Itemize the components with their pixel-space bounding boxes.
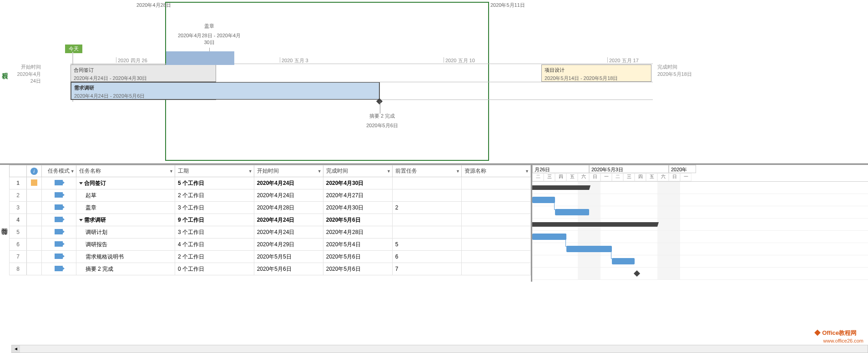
row-number[interactable]: 4 — [10, 214, 27, 226]
finish-cell[interactable]: 2020年4月28日 — [323, 226, 392, 239]
col-finish[interactable]: 完成时间▼ — [323, 165, 392, 177]
resource-cell[interactable] — [461, 263, 530, 275]
day-header[interactable]: 日 — [589, 173, 601, 181]
task-bar[interactable] — [566, 246, 612, 252]
row-number[interactable]: 6 — [10, 239, 27, 251]
table-row[interactable]: 1 合同签订 5 个工作日 2020年4月24日 2020年4月30日 — [10, 177, 531, 189]
gantt-row[interactable] — [532, 231, 868, 243]
row-number[interactable]: 7 — [10, 251, 27, 263]
duration-cell[interactable]: 3 个工作日 — [175, 226, 254, 239]
mode-cell[interactable] — [41, 177, 76, 189]
start-cell[interactable]: 2020年4月29日 — [254, 239, 323, 251]
day-header[interactable]: 一 — [601, 173, 612, 181]
day-header[interactable]: 六 — [578, 173, 589, 181]
day-header[interactable]: 四 — [555, 173, 566, 181]
mode-cell[interactable] — [41, 214, 76, 226]
mode-cell[interactable] — [41, 189, 76, 202]
gantt-row[interactable] — [532, 268, 868, 280]
col-mode[interactable]: 任务模式▼ — [41, 165, 76, 177]
col-duration[interactable]: 工期▼ — [175, 165, 254, 177]
dropdown-icon[interactable]: ▼ — [456, 169, 460, 174]
start-cell[interactable]: 2020年5月5日 — [254, 251, 323, 263]
table-row[interactable]: 8 摘要 2 完成 0 个工作日 2020年5月6日 2020年5月6日 7 — [10, 263, 531, 275]
pred-cell[interactable]: 7 — [392, 263, 461, 275]
day-header[interactable]: 二 — [612, 173, 623, 181]
milestone-diamond[interactable] — [634, 270, 640, 277]
gantt-row[interactable] — [532, 206, 868, 219]
col-rownum[interactable] — [10, 165, 27, 177]
dropdown-icon[interactable]: ▼ — [318, 169, 322, 174]
dropdown-icon[interactable]: ▼ — [71, 169, 75, 174]
task-bar[interactable] — [532, 197, 555, 203]
day-header[interactable]: 日 — [669, 173, 680, 181]
mode-cell[interactable] — [41, 239, 76, 251]
table-row[interactable]: 5 调研计划 3 个工作日 2020年4月24日 2020年4月28日 — [10, 226, 531, 239]
row-number[interactable]: 5 — [10, 226, 27, 239]
start-cell[interactable]: 2020年4月28日 — [254, 202, 323, 214]
collapse-icon[interactable] — [79, 219, 83, 221]
pred-cell[interactable] — [392, 177, 461, 189]
resource-cell[interactable] — [461, 251, 530, 263]
duration-cell[interactable]: 3 个工作日 — [175, 202, 254, 214]
table-row[interactable]: 2 起草 2 个工作日 2020年4月24日 2020年4月27日 — [10, 189, 531, 202]
start-cell[interactable]: 2020年4月24日 — [254, 177, 323, 189]
timeline-canvas[interactable]: 今天 开始时间 2020年4月24日 完成时间 2020年5月18日 盖章 20… — [43, 0, 698, 136]
col-name[interactable]: 任务名称▼ — [76, 165, 175, 177]
today-badge[interactable]: 今天 — [65, 45, 82, 53]
task-bar[interactable] — [555, 209, 589, 215]
name-cell[interactable]: 盖章 — [76, 202, 175, 214]
name-cell[interactable]: 需求规格说明书 — [76, 251, 175, 263]
col-info[interactable]: i — [27, 165, 42, 177]
pred-cell[interactable] — [392, 214, 461, 226]
duration-cell[interactable]: 0 个工作日 — [175, 263, 254, 275]
table-row[interactable]: 6 调研报告 4 个工作日 2020年4月29日 2020年5月4日 5 — [10, 239, 531, 251]
duration-cell[interactable]: 9 个工作日 — [175, 214, 254, 226]
col-resource[interactable]: 资源名称▼ — [461, 165, 530, 177]
dropdown-icon[interactable]: ▼ — [248, 169, 252, 174]
resource-cell[interactable] — [461, 239, 530, 251]
table-row[interactable]: 7 需求规格说明书 2 个工作日 2020年5月5日 2020年5月6日 6 — [10, 251, 531, 263]
resource-cell[interactable] — [461, 189, 530, 202]
gantt-row[interactable] — [532, 182, 868, 194]
finish-cell[interactable]: 2020年5月4日 — [323, 239, 392, 251]
timeline-bar-contract[interactable]: 合同签订 2020年4月24日 - 2020年4月30日 — [71, 65, 216, 82]
finish-cell[interactable]: 2020年5月6日 — [323, 263, 392, 275]
gantt-row[interactable] — [532, 255, 868, 268]
duration-cell[interactable]: 5 个工作日 — [175, 177, 254, 189]
finish-cell[interactable]: 2020年5月6日 — [323, 214, 392, 226]
pred-cell[interactable]: 6 — [392, 251, 461, 263]
summary-bar[interactable] — [532, 222, 657, 227]
name-cell[interactable]: 调研报告 — [76, 239, 175, 251]
start-cell[interactable]: 2020年5月6日 — [254, 263, 323, 275]
start-cell[interactable]: 2020年4月24日 — [254, 189, 323, 202]
day-header[interactable]: 二 — [532, 173, 544, 181]
finish-cell[interactable]: 2020年5月6日 — [323, 251, 392, 263]
pred-cell[interactable]: 2 — [392, 202, 461, 214]
mode-cell[interactable] — [41, 263, 76, 275]
start-cell[interactable]: 2020年4月24日 — [254, 214, 323, 226]
start-cell[interactable]: 2020年4月24日 — [254, 226, 323, 239]
table-row[interactable]: 4 需求调研 9 个工作日 2020年4月24日 2020年5月6日 — [10, 214, 531, 226]
timeline-bar-research[interactable]: 需求调研 2020年4月24日 - 2020年5月6日 — [71, 82, 380, 100]
dropdown-icon[interactable]: ▼ — [169, 169, 173, 174]
day-header[interactable]: 三 — [623, 173, 635, 181]
resource-cell[interactable] — [461, 202, 530, 214]
timeline-bar-design[interactable]: 项目设计 2020年5月14日 - 2020年5月18日 — [541, 65, 651, 82]
duration-cell[interactable]: 2 个工作日 — [175, 251, 254, 263]
row-number[interactable]: 8 — [10, 263, 27, 275]
mode-cell[interactable] — [41, 251, 76, 263]
day-header[interactable]: 五 — [566, 173, 578, 181]
pred-cell[interactable] — [392, 189, 461, 202]
row-number[interactable]: 2 — [10, 189, 27, 202]
dropdown-icon[interactable]: ▼ — [387, 169, 391, 174]
col-pred[interactable]: 前置任务▼ — [392, 165, 461, 177]
resource-cell[interactable] — [461, 214, 530, 226]
dropdown-icon[interactable]: ▼ — [525, 169, 529, 174]
duration-cell[interactable]: 2 个工作日 — [175, 189, 254, 202]
gantt-row[interactable] — [532, 219, 868, 231]
col-start[interactable]: 开始时间▼ — [254, 165, 323, 177]
week-header[interactable]: 月26日 — [532, 165, 589, 173]
day-header[interactable]: 五 — [646, 173, 657, 181]
table-row[interactable]: 3 盖章 3 个工作日 2020年4月28日 2020年4月30日 2 — [10, 202, 531, 214]
duration-cell[interactable]: 4 个工作日 — [175, 239, 254, 251]
